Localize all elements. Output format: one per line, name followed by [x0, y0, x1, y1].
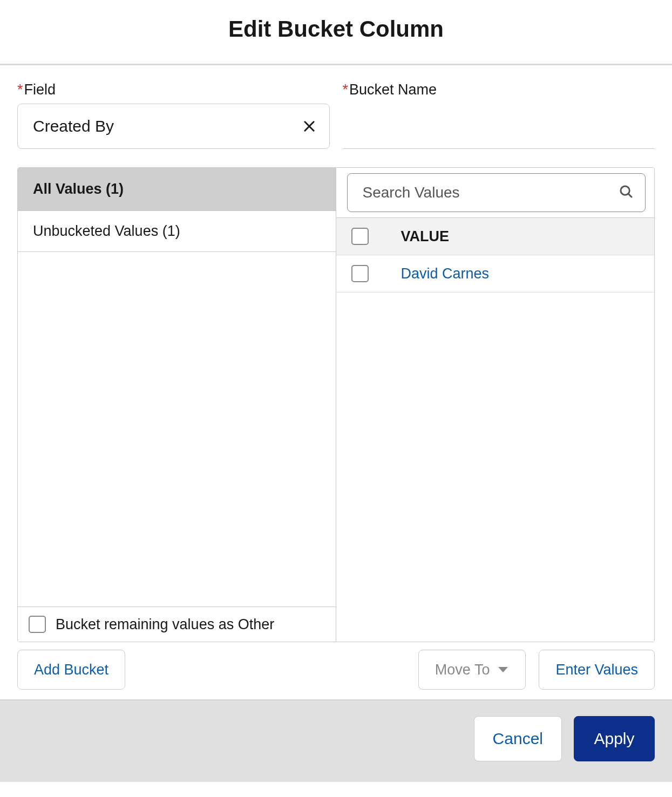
field-row: *Field *Bucket Name	[17, 81, 655, 149]
value-table-header: VALUE	[336, 218, 655, 255]
add-bucket-button[interactable]: Add Bucket	[17, 650, 125, 690]
bucket-other-label: Bucket remaining values as Other	[56, 616, 274, 633]
cancel-button[interactable]: Cancel	[474, 716, 562, 761]
unbucketed-values-row[interactable]: Unbucketed Values (1)	[18, 211, 336, 252]
panels: All Values (1) Unbucketed Values (1) Buc…	[17, 167, 655, 642]
select-all-checkbox[interactable]	[351, 228, 369, 245]
search-input[interactable]	[348, 174, 646, 212]
bucket-other-checkbox[interactable]	[29, 616, 46, 633]
right-panel: VALUE David Carnes	[336, 168, 655, 642]
search-wrap	[336, 168, 655, 218]
field-group-bucket-name: *Bucket Name	[343, 81, 655, 149]
apply-button[interactable]: Apply	[574, 716, 655, 761]
field-input-wrap	[17, 104, 330, 149]
value-column-header: VALUE	[401, 228, 450, 245]
required-asterisk-icon: *	[17, 81, 23, 98]
field-label-text: Field	[24, 81, 56, 98]
value-link[interactable]: David Carnes	[401, 265, 490, 282]
bucket-other-row: Bucket remaining values as Other	[18, 607, 336, 642]
modal-header: Edit Bucket Column	[0, 0, 672, 65]
modal-body: *Field *Bucket Name All Values (1) Unbuc…	[0, 65, 672, 699]
modal-title: Edit Bucket Column	[0, 16, 672, 42]
bucket-name-label-text: Bucket Name	[349, 81, 437, 98]
field-group-field: *Field	[17, 81, 330, 149]
value-row: David Carnes	[336, 255, 655, 292]
value-checkbox[interactable]	[351, 265, 369, 282]
move-to-button[interactable]: Move To	[418, 650, 526, 690]
field-label: *Field	[17, 81, 330, 98]
field-input[interactable]	[17, 104, 330, 149]
chevron-down-icon	[497, 666, 509, 673]
svg-marker-4	[498, 667, 508, 672]
svg-line-3	[628, 194, 632, 197]
search-icon[interactable]	[618, 183, 634, 202]
bucket-name-input[interactable]	[343, 104, 655, 149]
modal-footer: Cancel Apply	[0, 699, 672, 782]
required-asterisk-icon: *	[343, 81, 349, 98]
left-actions: Add Bucket	[17, 650, 330, 690]
left-panel: All Values (1) Unbucketed Values (1) Buc…	[18, 168, 336, 642]
right-actions: Move To Enter Values	[343, 650, 655, 690]
clear-field-icon[interactable]	[300, 117, 319, 136]
all-values-row[interactable]: All Values (1)	[18, 168, 336, 211]
move-to-label: Move To	[435, 662, 490, 678]
left-spacer	[18, 252, 336, 607]
bucket-name-label: *Bucket Name	[343, 81, 655, 98]
enter-values-button[interactable]: Enter Values	[539, 650, 655, 690]
search-inner	[347, 173, 646, 212]
actions-row: Add Bucket Move To Enter Values	[17, 642, 655, 690]
